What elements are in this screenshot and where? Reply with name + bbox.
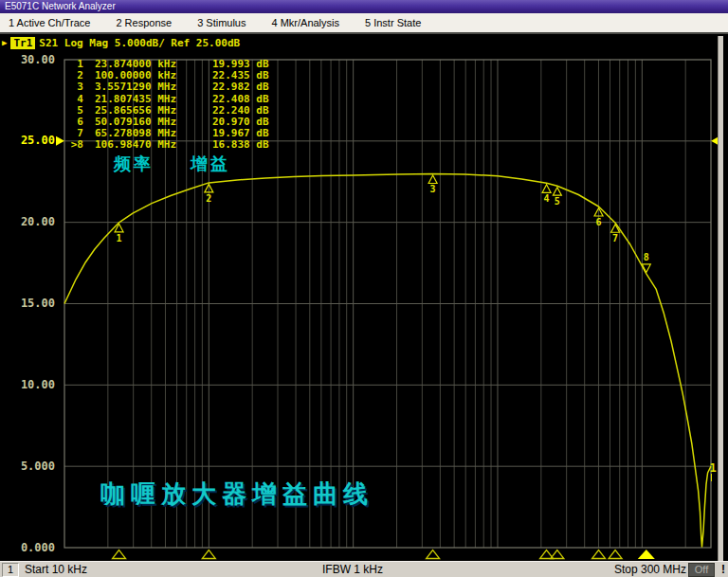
trace-end-number: 1 xyxy=(709,461,716,475)
marker-3-number: 3 xyxy=(430,184,436,194)
marker-1-number: 1 xyxy=(117,233,122,243)
trace-status: ▶ Tr1 S21 Log Mag 5.000dB/ Ref 25.00dB xyxy=(2,37,240,49)
marker-5-number: 5 xyxy=(555,196,560,207)
marker-3-symbol xyxy=(428,175,437,184)
marker-8-number: 8 xyxy=(644,252,649,262)
status-bar: 1 Start 10 kHz IFBW 1 kHz Stop 300 MHz O… xyxy=(0,561,728,577)
trace-format-readout: S21 Log Mag 5.000dB/ Ref 25.00dB xyxy=(39,37,240,49)
alert-indicator: ! xyxy=(721,563,725,577)
bottom-indicator xyxy=(427,550,440,559)
marker-table-row: 33.5571290 MHz22.982 dB xyxy=(64,81,269,93)
bottom-indicator xyxy=(202,550,215,559)
frequency-column-label: 频率 xyxy=(114,153,154,175)
marker-7-number: 7 xyxy=(612,233,618,243)
y-axis-label: 5.000 xyxy=(0,460,55,473)
marker-4-symbol xyxy=(542,185,551,193)
marker-number: 3 xyxy=(64,81,83,93)
marker-frequency: 106.98470 MHz xyxy=(95,139,201,151)
y-axis-label: 0.000 xyxy=(0,542,55,554)
marker-number: 4 xyxy=(64,94,83,105)
ifbw-readout: IFBW 1 kHz xyxy=(322,563,383,577)
bottom-marker-indicators[interactable] xyxy=(113,550,655,559)
marker-table-row: 421.807435 MHz22.408 dB xyxy=(64,94,269,105)
marker-table-row: >8106.98470 MHz16.838 dB xyxy=(64,139,269,151)
marker-6-number: 6 xyxy=(596,217,602,227)
start-frequency-readout: Start 10 kHz xyxy=(25,563,87,577)
marker-4-number: 4 xyxy=(544,193,550,204)
marker-2-number: 2 xyxy=(206,193,211,204)
y-axis-label: 10.00 xyxy=(0,379,55,391)
bottom-indicator xyxy=(592,550,606,559)
y-axis-ref-label: 25.00 xyxy=(0,135,55,147)
bottom-indicator xyxy=(113,550,126,559)
marker-table: 123.874000 kHz19.993 dB 2100.00000 kHz22… xyxy=(64,59,269,152)
trace-label[interactable]: Tr1 xyxy=(10,37,35,49)
window-right-border xyxy=(718,36,723,561)
marker-value: 16.838 dB xyxy=(212,139,269,151)
y-axis-label: 15.00 xyxy=(0,298,55,310)
marker-frequency: 21.807435 MHz xyxy=(95,94,201,105)
marker-value: 22.982 dB xyxy=(212,81,269,93)
y-axis-label: 20.00 xyxy=(0,216,55,228)
off-button[interactable]: Off xyxy=(688,563,715,577)
active-trace-pointer-icon: ▶ xyxy=(2,37,7,49)
marker-number: >8 xyxy=(64,139,83,151)
marker-value: 22.408 dB xyxy=(212,94,269,105)
bottom-indicator xyxy=(609,550,622,559)
bottom-indicator-active xyxy=(638,550,655,559)
stop-frequency-readout: Stop 300 MHz xyxy=(614,563,686,577)
marker-frequency: 3.5571290 MHz xyxy=(95,81,201,93)
marker-5-symbol xyxy=(553,188,561,196)
y-axis-label: 30.00 xyxy=(0,54,55,66)
curve-title: 咖喱放大器增益曲线 xyxy=(100,478,373,511)
channel-indicator: 1 xyxy=(2,563,19,577)
gain-column-label: 增益 xyxy=(191,153,230,175)
